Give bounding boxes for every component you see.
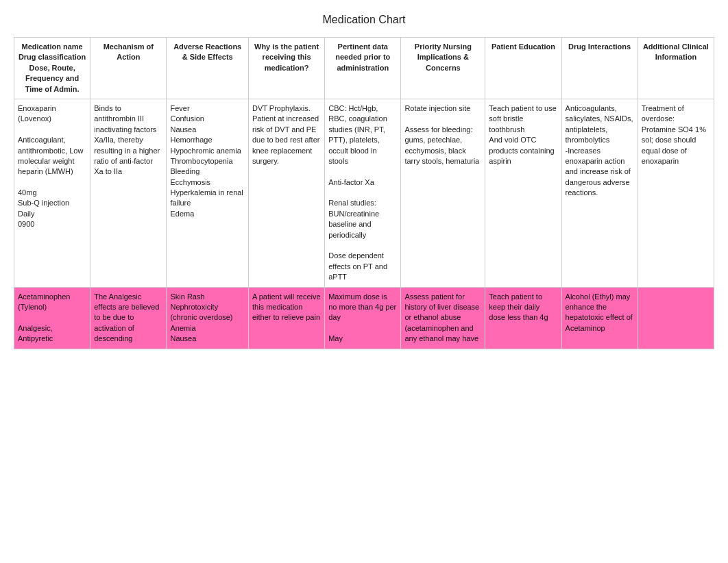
page-title: Medication Chart: [14, 14, 714, 26]
medication-table: Medication name Drug classification Dose…: [14, 37, 714, 349]
cell-priority: Rotate injection siteAssess for bleeding…: [401, 99, 485, 287]
cell-patient-ed: Teach patient to keep their daily dose l…: [485, 287, 561, 349]
cell-why: DVT Prophylaxis. Patient at increased ri…: [248, 99, 324, 287]
cell-med-name: Acetaminophen (Tylenol)Analgesic, Antipy…: [14, 287, 90, 349]
table-header-row: Medication name Drug classification Dose…: [14, 38, 714, 99]
page: Medication Chart Medication name Drug cl…: [0, 0, 728, 563]
cell-patient-ed: Teach patient to use soft bristle toothb…: [485, 99, 561, 287]
cell-adverse: Skin RashNephrotoxicity (chronic overdos…: [167, 287, 249, 349]
header-drug-int: Drug Interactions: [561, 38, 638, 99]
cell-why: A patient will receive this medication e…: [248, 287, 324, 349]
table-body: Enoxaparin (Lovenox)Anticoagulant, antit…: [14, 99, 714, 349]
cell-drug-int: Alcohol (Ethyl) may enhance the hepatoto…: [561, 287, 638, 349]
header-adverse: Adverse Reactions & Side Effects: [167, 38, 249, 99]
cell-med-name: Enoxaparin (Lovenox)Anticoagulant, antit…: [14, 99, 90, 287]
cell-moa: Binds to antithrombin III inactivating f…: [90, 99, 167, 287]
header-patient-ed: Patient Education: [485, 38, 561, 99]
header-med-name: Medication name Drug classification Dose…: [14, 38, 90, 99]
header-priority: Priority Nursing Implications & Concerns: [401, 38, 485, 99]
header-pertinent: Pertinent data needed prior to administr…: [325, 38, 401, 99]
cell-adverse: FeverConfusionNauseaHemorrhageHypochromi…: [167, 99, 249, 287]
table-row: Enoxaparin (Lovenox)Anticoagulant, antit…: [14, 99, 714, 287]
cell-moa: The Analgesic effects are believed to be…: [90, 287, 167, 349]
cell-additional: [638, 287, 714, 349]
cell-drug-int: Anticoagulants, salicylates, NSAIDs, ant…: [561, 99, 638, 287]
cell-additional: Treatment of overdose: Protamine SO4 1% …: [638, 99, 714, 287]
table-row: Acetaminophen (Tylenol)Analgesic, Antipy…: [14, 287, 714, 349]
header-additional: Additional Clinical Information: [638, 38, 714, 99]
header-moa: Mechanism of Action: [90, 38, 167, 99]
cell-pertinent: Maximum dose is no more than 4g per dayM…: [325, 287, 401, 349]
cell-priority: Assess patient for history of liver dise…: [401, 287, 485, 349]
cell-pertinent: CBC: Hct/Hgb, RBC, coagulation studies (…: [325, 99, 401, 287]
header-why: Why is the patient receiving this medica…: [248, 38, 324, 99]
